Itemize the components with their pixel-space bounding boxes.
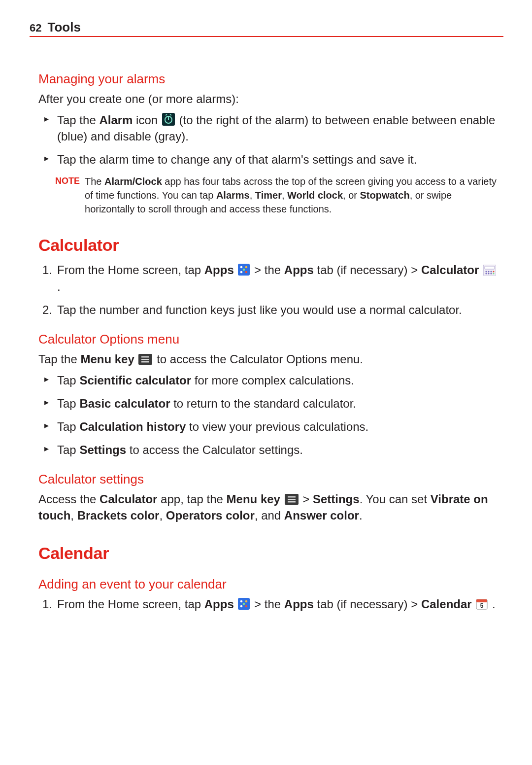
opt-settings: Tap Settings to access the Calculator se… (41, 442, 503, 458)
svg-point-30 (240, 600, 243, 602)
svg-rect-27 (288, 499, 296, 500)
svg-point-20 (493, 273, 494, 275)
apps-grid-icon (238, 598, 250, 610)
heading-calc-settings: Calculator settings (38, 472, 503, 487)
chapter-title: Tools (47, 20, 80, 35)
calc-step-2: Tap the number and function keys just li… (41, 302, 503, 318)
svg-point-19 (490, 273, 492, 275)
svg-rect-28 (288, 501, 296, 502)
alarm-bullet-1: Tap the Alarm icon (to the right of the … (41, 112, 503, 144)
heading-add-event: Adding an event to your calendar (38, 577, 503, 592)
note-body: The Alarm/Clock app has four tabs across… (85, 174, 503, 216)
apps-grid-icon (238, 264, 250, 276)
svg-point-9 (245, 271, 248, 274)
svg-rect-24 (141, 361, 149, 362)
svg-point-8 (245, 266, 248, 269)
menu-key-icon (285, 494, 299, 505)
svg-point-17 (485, 273, 487, 275)
opt-basic: Tap Basic calculator to return to the st… (41, 395, 503, 412)
alarms-list: Tap the Alarm icon (to the right of the … (38, 112, 503, 168)
svg-point-32 (245, 600, 248, 602)
opt-history: Tap Calculation history to view your pre… (41, 418, 503, 435)
alarm-clock-icon (162, 113, 175, 126)
page-number: 62 (30, 22, 41, 35)
alarm-bullet-2: Tap the alarm time to change any of that… (41, 151, 503, 168)
svg-point-7 (240, 271, 243, 274)
note-label: NOTE (55, 174, 80, 216)
content: Managing your alarms After you create on… (38, 71, 503, 612)
calc-step-1: From the Home screen, tap Apps > the App… (41, 262, 503, 294)
svg-rect-22 (141, 356, 149, 357)
alarms-intro: After you create one (or more alarms): (38, 91, 503, 107)
calculator-app-icon (483, 265, 496, 276)
svg-point-6 (240, 266, 243, 269)
calc-options-intro: Tap the Menu key to access the Calculato… (38, 351, 503, 367)
calc-settings-text: Access the Calculator app, tap the Menu … (38, 491, 503, 523)
heading-calculator: Calculator (38, 236, 503, 255)
svg-point-31 (240, 605, 243, 607)
calendar-app-icon: 5 (476, 598, 488, 610)
page-header: 62 Tools (30, 20, 503, 37)
svg-text:5: 5 (480, 602, 484, 609)
svg-rect-26 (288, 496, 296, 497)
menu-key-icon (138, 354, 152, 365)
svg-point-33 (245, 605, 248, 607)
calendar-steps: From the Home screen, tap Apps > the App… (38, 596, 503, 612)
svg-point-13 (485, 271, 487, 273)
svg-point-10 (243, 269, 245, 271)
svg-point-34 (243, 602, 245, 605)
svg-point-14 (488, 271, 489, 273)
svg-rect-23 (141, 359, 149, 360)
svg-point-16 (493, 271, 494, 273)
svg-point-18 (488, 273, 489, 275)
manual-page: 62 Tools Managing your alarms After you … (0, 0, 532, 765)
note-block: NOTE The Alarm/Clock app has four tabs a… (55, 174, 503, 216)
heading-calc-options: Calculator Options menu (38, 332, 503, 347)
heading-calendar: Calendar (38, 544, 503, 563)
svg-rect-12 (485, 266, 495, 269)
heading-managing-alarms: Managing your alarms (38, 71, 503, 87)
opt-scientific: Tap Scientific calculator for more compl… (41, 372, 503, 388)
calculator-steps: From the Home screen, tap Apps > the App… (38, 262, 503, 317)
calc-options-list: Tap Scientific calculator for more compl… (38, 372, 503, 458)
calendar-step-1: From the Home screen, tap Apps > the App… (41, 596, 503, 612)
svg-point-15 (490, 271, 492, 273)
